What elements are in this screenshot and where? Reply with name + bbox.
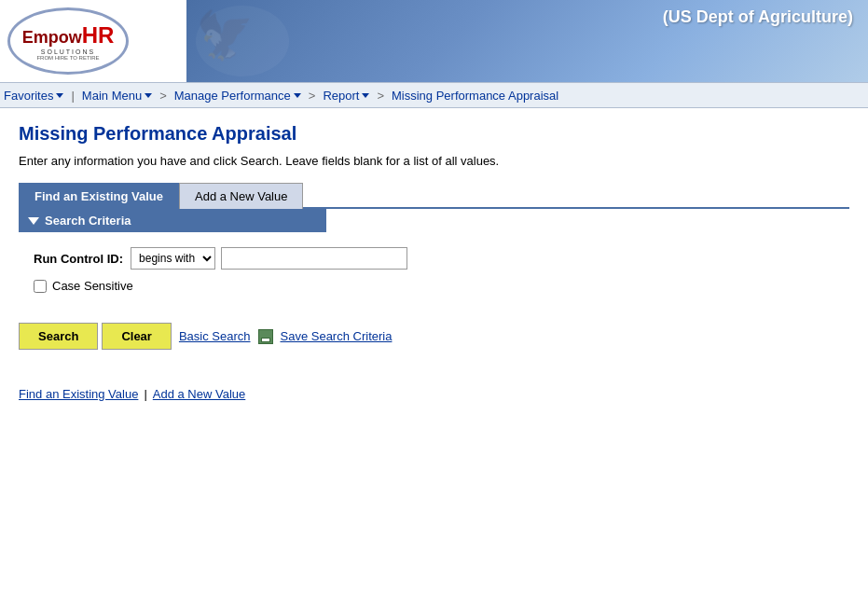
case-sensitive-row: Case Sensitive: [34, 279, 849, 293]
nav-missing-performance[interactable]: Missing Performance Appraisal: [388, 83, 562, 107]
footer-add-new[interactable]: Add a New Value: [153, 387, 246, 401]
page-title: Missing Performance Appraisal: [19, 123, 849, 145]
nav-report[interactable]: Report: [319, 83, 373, 107]
search-criteria-label: Search Criteria: [45, 214, 131, 228]
logo-solutions: SOLUTIONS: [41, 48, 95, 55]
logo-area: Empow HR SOLUTIONS FROM HIRE TO RETIRE: [0, 0, 186, 82]
run-control-id-label: Run Control ID:: [34, 252, 123, 266]
button-row: Search Clear Basic Search Save Search Cr…: [19, 323, 849, 350]
tab-add-new[interactable]: Add a New Value: [179, 183, 304, 209]
logo-empow: Empow: [22, 28, 82, 48]
nav-manage-performance[interactable]: Manage Performance: [171, 83, 305, 107]
search-button[interactable]: Search: [19, 323, 98, 350]
logo: Empow HR SOLUTIONS FROM HIRE TO RETIRE: [7, 7, 129, 75]
operator-select[interactable]: begins with contains = not =: [131, 247, 215, 270]
main-menu-dropdown-icon[interactable]: [145, 93, 152, 98]
instruction-text: Enter any information you have and click…: [19, 154, 849, 168]
save-search-button[interactable]: Save Search Criteria: [277, 329, 396, 343]
favorites-dropdown-icon[interactable]: [56, 93, 63, 98]
clear-button[interactable]: Clear: [102, 323, 172, 350]
case-sensitive-checkbox[interactable]: [34, 280, 47, 293]
report-dropdown-icon[interactable]: [362, 93, 369, 98]
save-icon: [258, 329, 273, 344]
tab-border: [303, 207, 849, 209]
run-control-id-input[interactable]: [221, 247, 407, 270]
search-fields: Run Control ID: begins with contains = n…: [19, 232, 849, 315]
header-banner: 🦅 (US Dept of Agriculture): [186, 0, 868, 82]
eagle-icon: 🦅: [186, 0, 298, 82]
manage-performance-dropdown-icon[interactable]: [294, 93, 301, 98]
logo-tagline: FROM HIRE TO RETIRE: [36, 55, 99, 61]
footer-tabs: Find an Existing Value | Add a New Value: [19, 387, 849, 401]
case-sensitive-label: Case Sensitive: [52, 279, 133, 293]
footer-find-existing[interactable]: Find an Existing Value: [19, 387, 138, 401]
search-criteria-header: Search Criteria: [19, 209, 326, 232]
header: Empow HR SOLUTIONS FROM HIRE TO RETIRE 🦅…: [0, 0, 868, 82]
nav-favorites[interactable]: Favorites: [0, 83, 67, 107]
collapse-icon[interactable]: [28, 217, 39, 225]
tabs-row: Find an Existing Value Add a New Value: [19, 183, 849, 209]
tab-find-existing[interactable]: Find an Existing Value: [19, 183, 179, 209]
navbar: Favorites | Main Menu > Manage Performan…: [0, 82, 868, 108]
svg-text:🦅: 🦅: [196, 7, 255, 63]
nav-main-menu[interactable]: Main Menu: [78, 83, 156, 107]
run-control-id-row: Run Control ID: begins with contains = n…: [34, 247, 849, 270]
basic-search-button[interactable]: Basic Search: [175, 329, 255, 343]
logo-hr: HR: [82, 22, 115, 48]
org-title: (US Dept of Agriculture): [663, 7, 853, 27]
page-content: Missing Performance Appraisal Enter any …: [0, 108, 868, 416]
